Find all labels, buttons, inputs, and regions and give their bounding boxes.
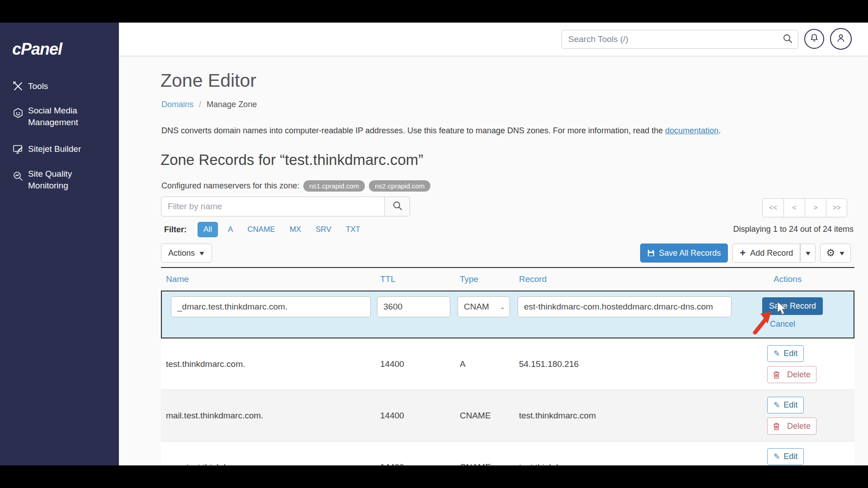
- delete-button[interactable]: Delete: [767, 418, 816, 435]
- row-ttl: 14400: [380, 462, 460, 466]
- floppy-icon: [647, 249, 655, 257]
- row-record: test.thinkdmarc.com: [519, 462, 765, 466]
- search-input[interactable]: [567, 34, 783, 45]
- app-viewport: cPanel Tools Social Media Management: [0, 23, 868, 465]
- zone-records-title: Zone Records for “test.thinkdmarc.com”: [160, 151, 423, 169]
- trash-icon: [773, 422, 783, 430]
- record-edit-row: CNAM ⌄ Save Record Cancel: [161, 291, 854, 338]
- breadcrumb-domains-link[interactable]: Domains: [161, 100, 193, 109]
- filter-option-a[interactable]: A: [228, 225, 233, 234]
- filter-option-srv[interactable]: SRV: [316, 225, 331, 234]
- filter-option-all[interactable]: All: [198, 222, 218, 237]
- delete-label: Delete: [787, 422, 811, 431]
- row-ttl: 14400: [380, 359, 460, 369]
- page-next-button[interactable]: >: [805, 198, 826, 217]
- pencil-icon: ✎: [774, 400, 780, 410]
- toolbar: Actions ▼ Save All Records + Add Record: [160, 244, 854, 263]
- account-button[interactable]: [830, 28, 852, 50]
- chevron-down-icon: ▼: [804, 250, 812, 257]
- page-last-button[interactable]: >>: [826, 198, 847, 217]
- page-first-button[interactable]: <<: [762, 198, 783, 217]
- edit-ttl-input[interactable]: [377, 296, 450, 317]
- search-icon[interactable]: [783, 33, 793, 45]
- filter-name-input[interactable]: [161, 197, 385, 216]
- filter-option-txt[interactable]: TXT: [346, 225, 360, 234]
- delete-label: Delete: [787, 370, 811, 380]
- chevron-down-icon: ▼: [838, 250, 846, 257]
- column-header-actions: Actions: [765, 274, 854, 284]
- edit-record-input[interactable]: [518, 296, 731, 317]
- delete-button[interactable]: Delete: [767, 366, 816, 383]
- edit-name-input[interactable]: [171, 296, 371, 317]
- filter-by-name: [161, 197, 410, 216]
- pencil-icon: ✎: [774, 349, 780, 358]
- settings-gear-button[interactable]: ⚙ ▼: [820, 244, 851, 263]
- breadcrumb: Domains / Manage Zone: [161, 100, 257, 109]
- topbar: [119, 23, 868, 56]
- pencil-icon: ✎: [774, 452, 780, 461]
- column-header-name[interactable]: Name: [161, 274, 380, 284]
- edit-type-select[interactable]: CNAM ⌄: [458, 296, 510, 317]
- filter-option-mx[interactable]: MX: [290, 225, 302, 234]
- edit-button[interactable]: ✎ Edit: [767, 345, 804, 362]
- sidebar-item-label: Tools: [28, 80, 105, 92]
- pagination: << < > >>: [762, 198, 847, 217]
- site-quality-icon: [13, 171, 24, 182]
- filter-search-button[interactable]: [385, 197, 410, 216]
- description-text: DNS converts domain names into computer-…: [161, 126, 665, 135]
- page-description: DNS converts domain names into computer-…: [161, 126, 721, 136]
- social-media-icon: [13, 108, 24, 118]
- screen: cPanel Tools Social Media Management: [0, 0, 868, 488]
- add-record-label: Add Record: [750, 249, 793, 258]
- actions-label: Actions: [168, 249, 195, 258]
- nameserver-badge: ns2.cprapid.com: [369, 180, 430, 192]
- sidebar-item-label: Site Quality Monitoring: [28, 168, 105, 192]
- documentation-link[interactable]: documentation: [665, 126, 718, 135]
- row-record: 54.151.180.216: [519, 359, 765, 369]
- edit-label: Edit: [783, 349, 797, 358]
- trash-icon: [773, 371, 783, 379]
- search-icon: [392, 201, 402, 212]
- save-all-label: Save All Records: [659, 249, 721, 258]
- plus-icon: +: [740, 247, 745, 259]
- user-icon: [835, 33, 846, 45]
- tools-icon: [13, 81, 24, 92]
- add-record-button[interactable]: + Add Record: [732, 244, 800, 263]
- sidebar: cPanel Tools Social Media Management: [0, 23, 119, 465]
- row-name: test.thinkdmarc.com.: [161, 359, 380, 369]
- bell-icon: [809, 33, 819, 45]
- tools-search[interactable]: [561, 30, 798, 49]
- table-rows: test.thinkdmarc.com. 14400 A 54.151.180.…: [161, 338, 854, 465]
- column-header-ttl[interactable]: TTL: [380, 274, 460, 284]
- column-header-type[interactable]: Type: [460, 274, 519, 284]
- save-record-button[interactable]: Save Record: [762, 297, 823, 315]
- chevron-down-icon: ▼: [198, 250, 206, 257]
- row-name: www.test.thinkdmarc.com.: [161, 462, 380, 466]
- row-name: mail.test.thinkdmarc.com.: [161, 411, 380, 421]
- cancel-link[interactable]: Cancel: [770, 319, 795, 329]
- row-ttl: 14400: [380, 411, 460, 421]
- add-record-caret-button[interactable]: ▼: [800, 244, 816, 263]
- actions-dropdown-button[interactable]: Actions ▼: [161, 244, 212, 263]
- filter-label: Filter:: [164, 225, 187, 235]
- notifications-button[interactable]: [804, 29, 824, 49]
- sitejet-icon: [13, 144, 24, 155]
- edit-button[interactable]: ✎ Edit: [767, 397, 804, 413]
- filter-option-cname[interactable]: CNAME: [247, 225, 275, 234]
- nameservers-label: Configured nameservers for this zone:: [161, 181, 299, 191]
- row-record: test.thinkdmarc.com: [519, 411, 765, 421]
- breadcrumb-current: Manage Zone: [207, 100, 257, 109]
- chevron-down-icon: ⌄: [500, 304, 505, 310]
- row-actions: ✎ Edit Delete: [766, 390, 852, 441]
- row-type: A: [460, 359, 519, 369]
- table-row: test.thinkdmarc.com. 14400 A 54.151.180.…: [161, 338, 854, 390]
- description-period: .: [718, 126, 721, 135]
- main-content: Zone Editor Domains / Manage Zone DNS co…: [160, 56, 854, 465]
- column-header-record[interactable]: Record: [519, 274, 765, 284]
- zone-records-table: Name TTL Type Record Actions CNAM ⌄ Save…: [161, 267, 854, 465]
- filter-row: Filter: All A CNAME MX SRV TXT: [164, 222, 375, 237]
- page-prev-button[interactable]: <: [783, 198, 805, 217]
- edit-button[interactable]: ✎ Edit: [767, 448, 804, 465]
- save-all-records-button[interactable]: Save All Records: [640, 244, 728, 263]
- gear-icon: ⚙: [826, 247, 835, 259]
